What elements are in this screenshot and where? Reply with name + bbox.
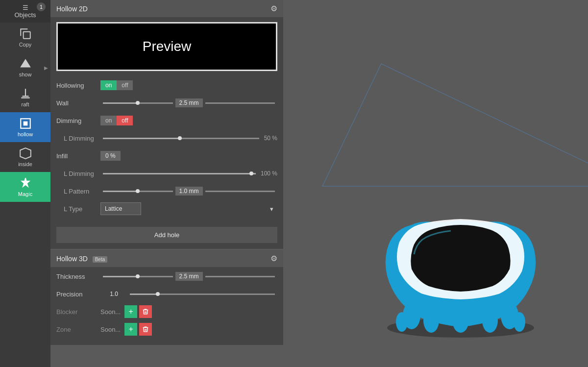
infill-dimming-value: 100 % <box>261 170 277 177</box>
blocker-value: Soon... <box>100 308 121 316</box>
blocker-row: Blocker Soon... + <box>56 305 277 318</box>
infill-type-row: Type Lattice Grid Honeycomb <box>56 202 277 216</box>
type-dropdown[interactable]: Lattice Grid Honeycomb <box>100 202 141 215</box>
sidebar-item-magic[interactable]: Magic <box>0 172 50 202</box>
hollow-icon <box>19 117 32 130</box>
svg-marker-4 <box>20 148 31 159</box>
dimming-toggle: on off <box>100 116 133 125</box>
type-dropdown-wrapper: Lattice Grid Honeycomb <box>100 202 277 215</box>
objects-badge: 1 <box>37 2 46 11</box>
zone-label: Zone <box>56 326 100 333</box>
raft-icon <box>19 87 32 100</box>
precision-value: 1.0 <box>100 290 127 298</box>
copy-label: Copy <box>19 42 32 48</box>
infill-label: Infill <box>56 152 100 160</box>
infill-pattern-label: Pattern <box>56 188 100 195</box>
wall-slider-track[interactable] <box>103 102 173 104</box>
svg-line-6 <box>322 64 381 186</box>
hollow3d-title: Hollow 3D <box>56 255 88 263</box>
hollow3d-gear-icon[interactable]: ⚙ <box>270 254 277 263</box>
zone-control: Soon... + <box>100 323 277 336</box>
hollow3d-settings: Thickness 2.5 mm Precision 1.0 <box>50 267 283 345</box>
zone-value: Soon... <box>100 326 121 333</box>
thickness-row: Thickness 2.5 mm <box>56 269 277 283</box>
raft-label: raft <box>22 101 29 107</box>
svg-rect-3 <box>23 122 27 126</box>
dimming-sub-row: Dimming 50 % <box>56 131 277 145</box>
hollowing-toggle: on off <box>100 80 133 90</box>
chevron-icon: ▶ <box>44 65 48 70</box>
infill-row: Infill 0 % <box>56 149 277 163</box>
infill-pattern-row: Pattern 1.0 mm <box>56 184 277 198</box>
infill-pattern-slider-left[interactable] <box>103 191 173 192</box>
hollow3d-panel: Hollow 3D Beta ⚙ Thickness 2.5 mm <box>50 250 283 345</box>
sidebar-item-inside[interactable]: inside <box>0 142 50 172</box>
add-hole-button[interactable]: Add hole <box>56 227 277 243</box>
hollow2d-panel: Hollow 2D ⚙ Preview Hollowing on off Wa <box>50 0 283 249</box>
thickness-slider-right[interactable] <box>205 276 275 277</box>
hollow2d-title: Hollow 2D <box>56 5 88 13</box>
precision-control: 1.0 <box>100 290 277 298</box>
zone-delete-button[interactable] <box>139 323 152 336</box>
dimming-row: Dimming on off <box>56 114 277 127</box>
infill-dimming-control: 100 % <box>100 170 277 177</box>
dimming-sub-label: Dimming <box>56 135 100 142</box>
hollowing-label: Hollowing <box>56 82 100 89</box>
infill-type-control: Lattice Grid Honeycomb <box>100 202 277 215</box>
dimming-sub-control: 50 % <box>100 135 277 142</box>
dimming-off-button[interactable]: off <box>117 116 133 125</box>
sidebar-item-objects[interactable]: 1 ☰ Objects <box>0 0 50 23</box>
preview-area: Preview <box>56 22 277 71</box>
precision-row: Precision 1.0 <box>56 287 277 301</box>
thickness-control: 2.5 mm <box>100 272 277 281</box>
zone-add-button[interactable]: + <box>124 323 137 336</box>
copy-icon <box>19 27 32 40</box>
3d-object <box>372 191 549 338</box>
svg-point-14 <box>482 308 498 333</box>
svg-marker-1 <box>20 59 31 67</box>
object-svg <box>372 191 549 338</box>
hollowing-control: on off <box>100 80 277 90</box>
infill-control: 0 % <box>100 151 277 161</box>
sidebar-item-show[interactable]: show ▶ <box>0 52 50 82</box>
magic-icon <box>19 177 32 190</box>
infill-pattern-slider-right[interactable] <box>205 191 275 192</box>
svg-point-11 <box>396 312 408 332</box>
infill-type-label: Type <box>56 205 100 213</box>
wall-label: Wall <box>56 99 100 107</box>
infill-dimming-row: Dimming 100 % <box>56 167 277 180</box>
panel-area: Hollow 2D ⚙ Preview Hollowing on off Wa <box>50 0 283 367</box>
wall-slider-track-right[interactable] <box>205 102 275 104</box>
dimming-on-button[interactable]: on <box>100 116 117 125</box>
hollow3d-header: Hollow 3D Beta ⚙ <box>50 250 283 267</box>
dimming-sub-slider[interactable] <box>103 138 259 139</box>
show-label: show <box>19 72 32 77</box>
blocker-delete-button[interactable] <box>139 305 152 318</box>
svg-point-12 <box>423 308 439 333</box>
infill-dimming-slider[interactable] <box>103 173 256 174</box>
preview-text: Preview <box>143 39 192 54</box>
blocker-add-button[interactable]: + <box>124 305 137 318</box>
hollowing-row: Hollowing on off <box>56 78 277 92</box>
hollow-label: hollow <box>18 131 33 137</box>
precision-label: Precision <box>56 291 100 298</box>
sidebar-item-raft[interactable]: raft <box>0 82 50 112</box>
thickness-slider-left[interactable] <box>103 276 173 277</box>
viewport[interactable] <box>283 0 588 367</box>
blocker-control: Soon... + <box>100 305 277 318</box>
svg-rect-0 <box>23 32 30 39</box>
precision-slider[interactable] <box>130 294 275 295</box>
sidebar-item-copy[interactable]: Copy <box>0 23 50 52</box>
blocker-label: Blocker <box>56 308 100 316</box>
hollow2d-gear-icon[interactable]: ⚙ <box>270 4 277 13</box>
hollow2d-header: Hollow 2D ⚙ <box>50 0 283 17</box>
show-icon <box>19 57 32 70</box>
hollowing-off-button[interactable]: off <box>117 80 133 90</box>
svg-point-16 <box>514 312 525 332</box>
svg-point-13 <box>453 311 468 333</box>
sidebar: 1 ☰ Objects Copy show ▶ raft <box>0 0 50 367</box>
thickness-value: 2.5 mm <box>175 272 203 281</box>
magic-label: Magic <box>18 191 32 197</box>
sidebar-item-hollow[interactable]: hollow <box>0 112 50 142</box>
hollowing-on-button[interactable]: on <box>100 80 117 90</box>
